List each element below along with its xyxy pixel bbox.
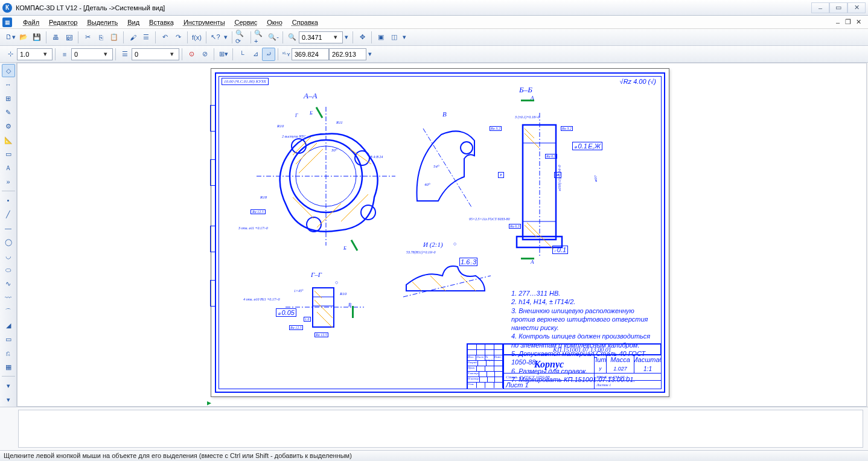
menu-view[interactable]: Вид: [123, 17, 144, 27]
zoom-in-button[interactable]: 🔍+: [254, 31, 267, 44]
circle-tool-icon[interactable]: ◯: [2, 235, 15, 249]
variables-button[interactable]: f(x): [190, 31, 203, 44]
drawing-canvas[interactable]: 10.00 (Ч.С.01.00) КУЗХ √Rz 4.00 (√) А–А …: [17, 63, 867, 407]
layer-icon[interactable]: ≡: [58, 48, 71, 61]
style-combo[interactable]: ▾: [132, 48, 179, 60]
zoom-combo[interactable]: ▾: [299, 31, 343, 43]
mdi-minimize-button[interactable]: –: [833, 18, 843, 27]
down2-icon[interactable]: ▾: [2, 393, 15, 406]
style-input[interactable]: [135, 51, 168, 58]
circle-icon: ○: [453, 241, 456, 247]
menu-help[interactable]: Справка: [287, 17, 323, 27]
format-paint-button[interactable]: 🖌: [126, 31, 139, 44]
more-tabs-icon[interactable]: »: [2, 175, 15, 188]
status-bar: Щелкните левой кнопкой мыши на объекте д…: [0, 450, 868, 461]
mdi-restore-button[interactable]: ❐: [843, 18, 853, 27]
pan-button[interactable]: ✥: [356, 31, 369, 44]
layer-input[interactable]: [74, 51, 102, 58]
section-i-title: И (2:1): [423, 241, 443, 248]
zoom-out-button[interactable]: 🔍-: [267, 31, 280, 44]
section-b-title: В: [442, 110, 447, 118]
hatch-tool-icon[interactable]: ▦: [2, 360, 15, 374]
select-tab-icon[interactable]: ▭: [2, 147, 15, 161]
layers-button[interactable]: ☰: [118, 48, 132, 61]
polyline-tool-icon[interactable]: ⎌: [2, 346, 15, 360]
print-button[interactable]: 🗟: [62, 31, 75, 44]
thread-label: 95×2.5×11z ГОСТ 6033-80: [469, 217, 510, 221]
cursor-dropdown[interactable]: ▾: [222, 31, 229, 44]
params-tab-icon[interactable]: ⚙: [2, 119, 15, 133]
menu-window[interactable]: Окно: [262, 17, 287, 27]
arc-tool-icon[interactable]: ◡: [2, 249, 15, 262]
zoom-window-button[interactable]: ◫: [388, 31, 401, 44]
open-button[interactable]: 📂: [17, 31, 30, 44]
layer-combo[interactable]: ▾: [71, 48, 113, 60]
ortho-button[interactable]: └: [235, 48, 249, 61]
view-dropdown[interactable]: ▾: [401, 31, 408, 44]
down1-icon[interactable]: ▾: [2, 379, 15, 392]
round-button[interactable]: ⤾: [262, 48, 275, 61]
minimize-button[interactable]: –: [811, 2, 829, 13]
measure-tab-icon[interactable]: 📐: [2, 133, 15, 147]
chevron-down-icon[interactable]: ▾: [170, 50, 177, 58]
menu-file[interactable]: Файл: [18, 17, 44, 27]
properties-button[interactable]: ☰: [139, 31, 153, 44]
chevron-down-icon[interactable]: ▾: [104, 50, 111, 58]
chevron-down-icon[interactable]: ▾: [334, 33, 341, 41]
redo-button[interactable]: ↷: [171, 31, 185, 44]
zoom-input[interactable]: [302, 34, 332, 41]
b-arrow-top-label: Б: [310, 110, 313, 116]
dimensions-tab-icon[interactable]: ↔: [2, 78, 15, 91]
chamfer-tool-icon[interactable]: ◢: [2, 319, 15, 332]
new-dropdown-button[interactable]: 🗋▾: [4, 31, 17, 44]
coord-y-input[interactable]: [329, 48, 366, 60]
spec-tab-icon[interactable]: Ａ: [2, 161, 15, 174]
zoom-scale-icon[interactable]: 🔍: [286, 31, 299, 44]
snap-endpoint-button[interactable]: ⊙: [185, 48, 198, 61]
symbols-tab-icon[interactable]: ⊞: [2, 92, 15, 105]
step-combo[interactable]: ▾: [17, 48, 53, 60]
cursor-select-button[interactable]: ↖?: [209, 31, 222, 44]
close-button[interactable]: ✕: [847, 2, 866, 13]
document-icon[interactable]: ▦: [2, 17, 12, 27]
menu-editor[interactable]: Редактор: [44, 17, 82, 27]
ellipse-tool-icon[interactable]: ⬭: [2, 263, 15, 276]
property-input-area[interactable]: [18, 410, 863, 448]
grid-button[interactable]: ⊞▾: [217, 48, 230, 61]
window-title: КОМПАС-3D LT V12 - [Деталь ->Системный в…: [16, 4, 165, 11]
print-preview-button[interactable]: 🖶: [49, 31, 62, 44]
mdi-close-button[interactable]: ✕: [854, 18, 863, 27]
coord-dropdown[interactable]: ▾: [366, 48, 374, 61]
paste-button[interactable]: 📋: [107, 31, 121, 44]
maximize-button[interactable]: ▭: [829, 2, 847, 13]
menu-service[interactable]: Сервис: [230, 17, 263, 27]
fillet-tool-icon[interactable]: ⌒: [2, 305, 15, 318]
line-tool-icon[interactable]: ╱: [2, 208, 15, 221]
save-button[interactable]: 💾: [30, 31, 43, 44]
coord-x-input[interactable]: [292, 48, 329, 60]
chevron-down-icon[interactable]: ▾: [43, 50, 51, 58]
copy-button[interactable]: ⎘: [94, 31, 107, 44]
cut-button[interactable]: ✂: [81, 31, 94, 44]
geometry-tab-icon[interactable]: ◇: [2, 64, 15, 77]
point-tool-icon[interactable]: •: [2, 194, 15, 207]
snap-midpoint-button[interactable]: ⊘: [198, 48, 211, 61]
step-icon[interactable]: ⊹: [4, 48, 17, 61]
bezier-tool-icon[interactable]: 〰: [2, 291, 15, 304]
zoom-dropdown[interactable]: ▾: [343, 31, 350, 44]
menu-insert[interactable]: Вставка: [144, 17, 179, 27]
zoom-fit-button[interactable]: ▣: [374, 31, 388, 44]
spline-tool-icon[interactable]: ∿: [2, 277, 15, 290]
segment-tool-icon[interactable]: —: [2, 221, 15, 235]
menu-select[interactable]: Выделить: [82, 17, 123, 27]
b-arrow-bot-label: Б: [343, 246, 346, 251]
zoom-refresh-icon[interactable]: 🔍⟳: [235, 31, 248, 44]
undo-button[interactable]: ↶: [158, 31, 171, 44]
margin-tick: [210, 105, 216, 132]
rectangle-tool-icon[interactable]: ▭: [2, 332, 15, 346]
edit-tab-icon[interactable]: ✎: [2, 106, 15, 119]
compact-panel: ◇ ↔ ⊞ ✎ ⚙ 📐 ▭ Ａ » • ╱ — ◯ ◡ ⬭ ∿ 〰 ⌒ ◢ ▭ …: [0, 63, 17, 439]
menu-tools[interactable]: Инструменты: [179, 17, 230, 27]
perpendicular-button[interactable]: ⊿: [249, 48, 262, 61]
step-input[interactable]: [20, 51, 42, 58]
